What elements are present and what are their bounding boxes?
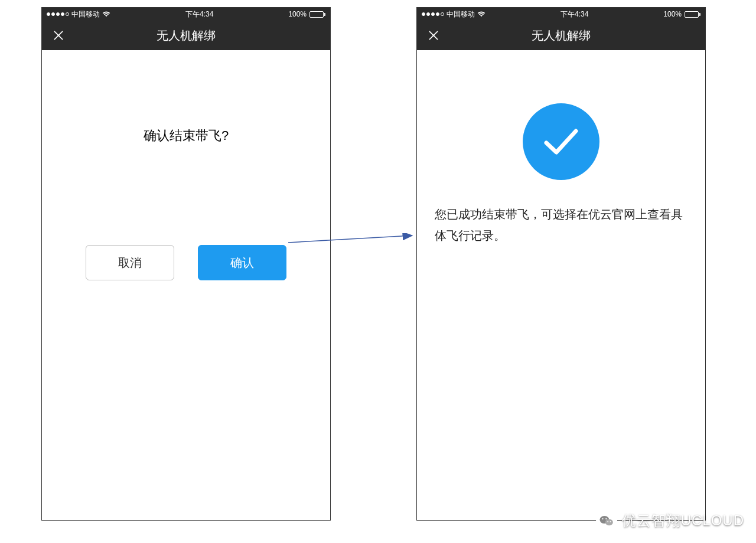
battery-icon — [309, 11, 325, 18]
close-button[interactable] — [51, 28, 66, 42]
svg-point-6 — [610, 521, 611, 522]
cancel-button[interactable]: 取消 — [86, 245, 174, 280]
watermark-text: 优云智翔UCLOUD — [622, 511, 744, 530]
nav-bar: 无人机解绑 — [417, 21, 705, 50]
carrier-label: 中国移动 — [447, 9, 475, 19]
signal-strength-icon — [422, 12, 444, 16]
button-row: 取消 确认 — [54, 245, 318, 280]
content-area: 您已成功结束带飞，可选择在优云官网上查看具体飞行记录。 — [417, 103, 705, 543]
wifi-icon — [477, 11, 485, 17]
wifi-icon — [102, 11, 110, 17]
success-message-text: 您已成功结束带飞，可选择在优云官网上查看具体飞行记录。 — [429, 204, 693, 246]
page-title: 无人机解绑 — [157, 28, 216, 44]
phone-screen-success: 中国移动 下午4:34 100% 无人机解绑 您已成功结束带飞，可选择在优云官网… — [416, 7, 706, 521]
battery-percent-label: 100% — [663, 10, 682, 18]
battery-icon — [685, 11, 700, 18]
close-icon — [428, 30, 439, 41]
signal-strength-icon — [47, 12, 69, 16]
battery-percent-label: 100% — [288, 10, 307, 18]
watermark: 优云智翔UCLOUD — [596, 510, 744, 531]
success-badge — [523, 103, 599, 180]
status-bar: 中国移动 下午4:34 100% — [42, 8, 330, 21]
close-button[interactable] — [426, 28, 441, 42]
checkmark-icon — [540, 124, 582, 159]
status-time: 下午4:34 — [561, 9, 588, 19]
status-right-cluster: 100% — [288, 10, 325, 18]
svg-point-3 — [602, 518, 603, 519]
confirm-prompt-text: 确认结束带飞? — [54, 127, 318, 145]
carrier-label: 中国移动 — [71, 9, 100, 19]
svg-point-4 — [605, 518, 607, 519]
page-title: 无人机解绑 — [532, 28, 591, 44]
confirm-button[interactable]: 确认 — [198, 245, 286, 280]
status-left-cluster: 中国移动 — [47, 9, 110, 19]
close-icon — [53, 30, 64, 41]
phone-screen-confirm: 中国移动 下午4:34 100% 无人机解绑 确认结束带飞? 取消 确认 — [41, 7, 331, 521]
status-bar: 中国移动 下午4:34 100% — [417, 8, 705, 21]
nav-bar: 无人机解绑 — [42, 21, 330, 50]
svg-point-2 — [605, 519, 612, 525]
svg-point-5 — [607, 521, 608, 522]
content-area: 确认结束带飞? 取消 确认 — [42, 127, 330, 543]
wechat-icon — [596, 510, 617, 531]
status-left-cluster: 中国移动 — [422, 9, 485, 19]
status-right-cluster: 100% — [663, 10, 700, 18]
status-time: 下午4:34 — [185, 9, 213, 19]
